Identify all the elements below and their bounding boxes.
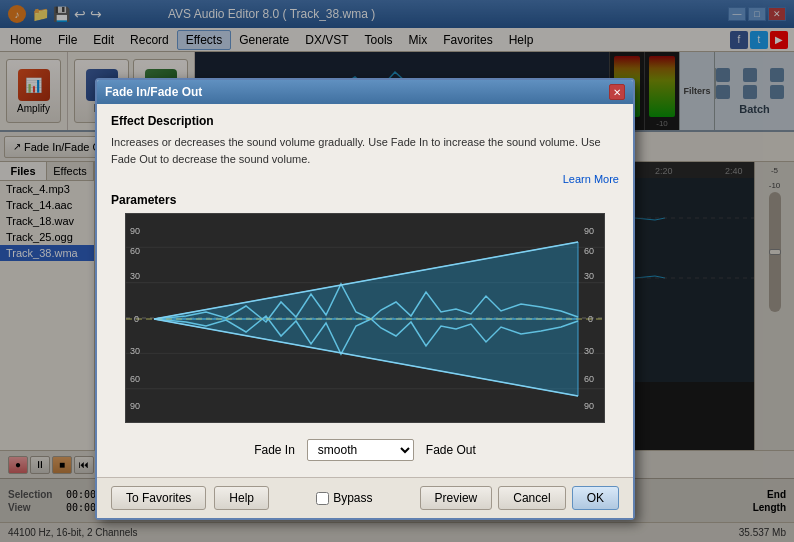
modal-footer: To Favorites Help Bypass Preview Cancel … <box>97 477 633 518</box>
effect-description-text: Increases or decreases the sound volume … <box>111 134 619 167</box>
svg-text:90: 90 <box>130 226 140 236</box>
params-section: Parameters <box>111 193 619 467</box>
fade-modal: Fade In/Fade Out ✕ Effect Description In… <box>95 78 635 520</box>
bypass-checkbox-group: Bypass <box>316 491 372 505</box>
svg-text:30: 30 <box>584 346 594 356</box>
fade-out-label: Fade Out <box>426 443 476 457</box>
svg-text:90: 90 <box>584 401 594 411</box>
effect-description-title: Effect Description <box>111 114 619 128</box>
bypass-label: Bypass <box>333 491 372 505</box>
learn-more-link[interactable]: Learn More <box>111 173 619 185</box>
modal-overlay: Fade In/Fade Out ✕ Effect Description In… <box>0 0 794 542</box>
waveform-container: 90 60 30 0 30 60 90 90 60 30 0 <box>111 213 619 423</box>
svg-text:0: 0 <box>588 314 593 324</box>
waveform-svg: 90 60 30 0 30 60 90 90 60 30 0 <box>126 214 604 422</box>
svg-text:60: 60 <box>584 246 594 256</box>
modal-title-bar: Fade In/Fade Out ✕ <box>97 80 633 104</box>
svg-text:30: 30 <box>584 271 594 281</box>
params-title: Parameters <box>111 193 619 207</box>
waveform-display: 90 60 30 0 30 60 90 90 60 30 0 <box>125 213 605 423</box>
modal-body: Effect Description Increases or decrease… <box>97 104 633 477</box>
svg-text:60: 60 <box>130 246 140 256</box>
help-button[interactable]: Help <box>214 486 269 510</box>
to-favorites-button[interactable]: To Favorites <box>111 486 206 510</box>
cancel-button[interactable]: Cancel <box>498 486 565 510</box>
svg-text:30: 30 <box>130 346 140 356</box>
svg-text:90: 90 <box>584 226 594 236</box>
preview-button[interactable]: Preview <box>420 486 493 510</box>
svg-text:30: 30 <box>130 271 140 281</box>
svg-text:60: 60 <box>584 374 594 384</box>
modal-title: Fade In/Fade Out <box>105 85 202 99</box>
fade-type-select[interactable]: smooth linear logarithmic <box>307 439 414 461</box>
svg-text:90: 90 <box>130 401 140 411</box>
modal-close-button[interactable]: ✕ <box>609 84 625 100</box>
fade-in-label: Fade In <box>254 443 295 457</box>
bypass-checkbox[interactable] <box>316 492 329 505</box>
ok-button[interactable]: OK <box>572 486 619 510</box>
svg-text:60: 60 <box>130 374 140 384</box>
fade-controls: Fade In smooth linear logarithmic Fade O… <box>111 433 619 467</box>
svg-text:0: 0 <box>134 314 139 324</box>
